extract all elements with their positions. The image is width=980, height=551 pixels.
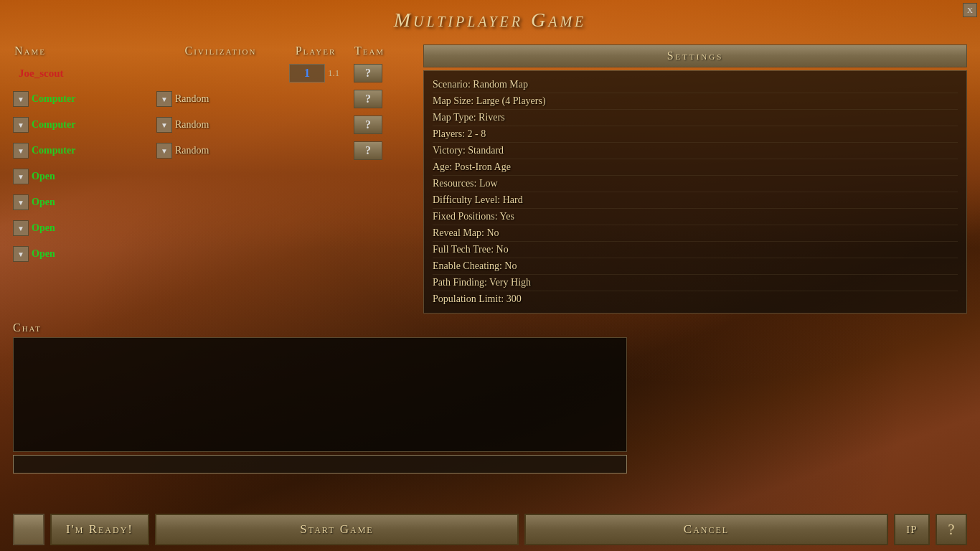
team-cell: ?	[347, 64, 390, 83]
player-name-cell: Computer	[13, 143, 156, 159]
team-cell: ?	[347, 90, 390, 108]
table-row: Joe_scout 1 1.1 ?	[13, 62, 415, 85]
table-row: Open	[13, 191, 415, 214]
team-cell: ?	[347, 116, 390, 134]
setting-item: Map Type: Rivers	[433, 110, 958, 126]
setting-item: Players: 2 - 8	[433, 126, 958, 143]
civ-name: Random	[175, 93, 209, 105]
ready-button[interactable]: I'm Ready!	[50, 514, 149, 545]
setting-item: Map Size: Large (4 Players)	[433, 93, 958, 110]
start-game-button[interactable]: Start Game	[155, 514, 519, 545]
player-name: Open	[32, 197, 55, 208]
setting-item: Difficulty Level: Hard	[433, 192, 958, 209]
player-name: Open	[32, 222, 55, 234]
settings-panel: Settings Scenario: Random Map Map Size: …	[423, 44, 967, 314]
settings-content: Scenario: Random Map Map Size: Large (4 …	[423, 70, 967, 314]
player-dropdown-arrow[interactable]	[13, 143, 29, 159]
player-name-cell: Open	[13, 169, 156, 184]
window-title: Multiplayer Game	[0, 0, 980, 32]
player-num-cell: 1 1.1	[282, 64, 347, 83]
civ-name: Random	[175, 145, 209, 156]
table-row: Computer Random ?	[13, 113, 415, 136]
setting-item: Victory: Standard	[433, 143, 958, 159]
setting-item: Full Tech Tree: No	[433, 242, 958, 258]
player-civ-cell: Random	[156, 143, 282, 159]
player-name-cell: Computer	[13, 91, 156, 107]
cancel-button[interactable]: Cancel	[524, 514, 888, 545]
setting-item: Scenario: Random Map	[433, 77, 958, 93]
player-name: Computer	[32, 93, 75, 105]
close-button[interactable]: X	[963, 3, 977, 17]
player-name-cell: Open	[13, 246, 156, 262]
civ-dropdown-arrow[interactable]	[156, 91, 172, 107]
chat-section: Chat	[13, 321, 627, 474]
player-name-cell: Computer	[13, 117, 156, 133]
team-button[interactable]: ?	[354, 141, 382, 160]
player-name-cell: Open	[13, 220, 156, 236]
column-headers: Name Civilization Player Team	[13, 44, 415, 57]
table-row: Computer Random ?	[13, 139, 415, 162]
chat-box	[13, 337, 627, 452]
bottom-bar: I'm Ready! Start Game Cancel IP ?	[13, 514, 967, 545]
player-name: Computer	[32, 145, 75, 156]
setting-item: Path Finding: Very High	[433, 275, 958, 291]
table-row: Open	[13, 242, 415, 265]
player-dropdown-arrow[interactable]	[13, 246, 29, 262]
player-number-box: 1	[289, 64, 325, 83]
ready-checkbox[interactable]	[13, 514, 44, 545]
team-button[interactable]: ?	[354, 64, 382, 83]
col-header-civilization: Civilization	[158, 44, 283, 57]
setting-item: Population Limit: 300	[433, 291, 958, 307]
team-button[interactable]: ?	[354, 116, 382, 134]
player-name-cell: Open	[13, 194, 156, 210]
player-dropdown-arrow[interactable]	[13, 194, 29, 210]
civ-name: Random	[175, 119, 209, 131]
table-row: Computer Random ?	[13, 88, 415, 110]
col-header-player: Player	[283, 44, 348, 57]
setting-item: Enable Cheating: No	[433, 258, 958, 275]
table-row: Open	[13, 165, 415, 188]
col-header-name: Name	[14, 44, 158, 57]
setting-item: Fixed Positions: Yes	[433, 209, 958, 225]
player-dropdown-arrow[interactable]	[13, 220, 29, 236]
chat-label: Chat	[13, 321, 627, 334]
player-dropdown-arrow[interactable]	[13, 91, 29, 107]
chat-input[interactable]	[13, 455, 627, 474]
player-num-static: 1.1	[328, 67, 339, 79]
setting-item: Resources: Low	[433, 176, 958, 192]
setting-item: Reveal Map: No	[433, 225, 958, 242]
player-name-cell: Joe_scout	[13, 67, 156, 80]
player-name: Computer	[32, 119, 75, 131]
players-panel: Name Civilization Player Team Joe_scout …	[13, 44, 415, 314]
player-name: Open	[32, 171, 55, 182]
player-civ-cell: Random	[156, 117, 282, 133]
civ-dropdown-arrow[interactable]	[156, 143, 172, 159]
civ-dropdown-arrow[interactable]	[156, 117, 172, 133]
player-dropdown-arrow[interactable]	[13, 117, 29, 133]
setting-item: Age: Post-Iron Age	[433, 159, 958, 176]
help-button[interactable]: ?	[936, 514, 967, 545]
player-name: Open	[32, 248, 55, 260]
player-name: Joe_scout	[13, 67, 64, 80]
player-dropdown-arrow[interactable]	[13, 169, 29, 184]
table-row: Open	[13, 217, 415, 240]
team-button[interactable]: ?	[354, 90, 382, 108]
ip-button[interactable]: IP	[894, 514, 930, 545]
team-cell: ?	[347, 141, 390, 160]
player-civ-cell: Random	[156, 91, 282, 107]
chat-input-row	[13, 455, 627, 474]
col-header-team: Team	[348, 44, 391, 57]
settings-header: Settings	[423, 44, 967, 67]
